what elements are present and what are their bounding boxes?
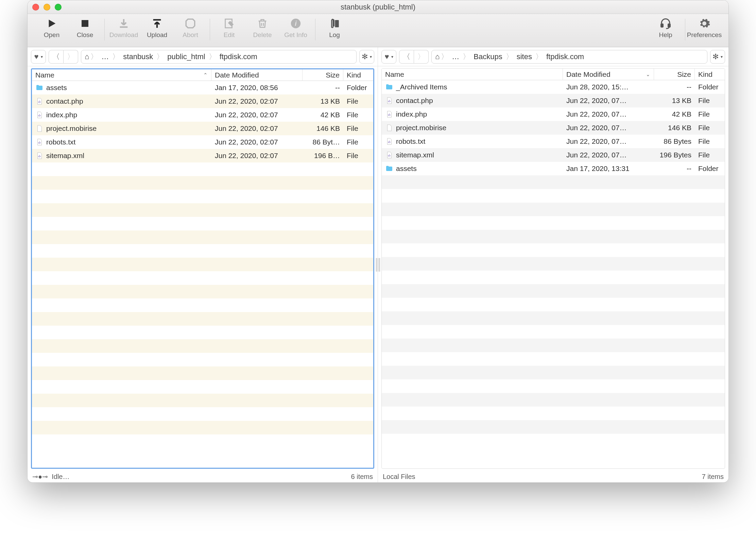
empty-row — [32, 271, 373, 285]
upload-icon — [150, 17, 164, 30]
open-button[interactable]: Open — [38, 17, 65, 47]
file-row[interactable]: ‹/›sitemap.xmlJun 22, 2020, 07…196 Bytes… — [382, 148, 725, 162]
chevron-right-icon: 〉 — [67, 52, 74, 62]
back-button[interactable]: 〈 — [49, 50, 64, 64]
back-button[interactable]: 〈 — [399, 50, 414, 64]
local-breadcrumbs[interactable]: ⌂〉 …〉 Backups〉 sites〉 ftpdisk.com — [431, 50, 707, 64]
favorites-button[interactable]: ♥ ▾ — [381, 50, 396, 64]
delete-button[interactable]: Delete — [249, 17, 276, 47]
file-icon — [35, 124, 44, 133]
breadcrumb-item[interactable]: stanbusk — [121, 52, 155, 61]
forward-button[interactable]: 〉 — [64, 50, 78, 64]
forward-button[interactable]: 〉 — [414, 50, 429, 64]
column-size[interactable]: Size — [303, 69, 343, 81]
folder-icon — [385, 83, 393, 91]
file-icon: ‹/› — [35, 97, 44, 105]
file-kind: File — [695, 148, 725, 162]
zoom-window-button[interactable] — [55, 4, 62, 11]
breadcrumb-item[interactable]: Backups — [471, 52, 504, 61]
chevron-left-icon: 〈 — [52, 52, 60, 62]
column-date[interactable]: Date Modified⌄ — [563, 69, 654, 80]
file-date: Jan 17, 2020, 08:56 — [211, 81, 303, 94]
empty-row — [382, 393, 725, 407]
file-size: -- — [654, 80, 695, 94]
status-text: Local Files — [383, 473, 415, 481]
file-row[interactable]: ‹/›contact.phpJun 22, 2020, 02:0713 KBFi… — [32, 94, 373, 108]
sort-desc-icon: ⌄ — [646, 71, 650, 78]
download-button[interactable]: Download — [110, 17, 137, 47]
breadcrumb-item[interactable]: ftpdisk.com — [218, 52, 259, 61]
column-name[interactable]: Name⌃ — [32, 69, 211, 81]
file-date: Jun 22, 2020, 07… — [563, 107, 654, 121]
file-row[interactable]: ‹/›sitemap.xmlJun 22, 2020, 02:07196 B…F… — [32, 149, 373, 162]
empty-row — [32, 217, 373, 230]
empty-row — [32, 230, 373, 244]
close-window-button[interactable] — [32, 4, 39, 11]
breadcrumb-item[interactable]: … — [450, 52, 461, 61]
column-name[interactable]: Name — [382, 69, 563, 80]
file-icon: ‹/› — [35, 138, 44, 146]
column-date[interactable]: Date Modified — [211, 69, 303, 81]
empty-row — [382, 189, 725, 203]
upload-button[interactable]: Upload — [144, 17, 170, 47]
file-row[interactable]: project.mobiriseJun 22, 2020, 07…146 KBF… — [382, 121, 725, 135]
file-date: Jun 22, 2020, 02:07 — [211, 149, 303, 162]
column-kind[interactable]: Kind — [343, 69, 373, 81]
edit-button[interactable]: Edit — [216, 17, 242, 47]
column-kind[interactable]: Kind — [695, 69, 725, 80]
svg-text:‹/›: ‹/› — [388, 114, 391, 117]
file-row[interactable]: ‹/›robots.txtJun 22, 2020, 02:0786 Byt…F… — [32, 135, 373, 149]
file-size: 13 KB — [303, 94, 343, 108]
empty-row — [382, 325, 725, 339]
file-name: robots.txt — [46, 138, 75, 146]
file-row[interactable]: ‹/›robots.txtJun 22, 2020, 07…86 BytesFi… — [382, 135, 725, 148]
chevron-right-icon: 〉 — [417, 52, 425, 62]
abort-button[interactable]: Abort — [177, 17, 204, 47]
empty-row — [32, 394, 373, 407]
file-name: project.mobirise — [396, 124, 446, 132]
svg-point-10 — [703, 22, 706, 25]
file-name: project.mobirise — [46, 124, 97, 133]
chevron-down-icon: ▾ — [391, 54, 393, 59]
svg-text:‹/›: ‹/› — [388, 154, 391, 157]
remote-navbar: ♥ ▾ 〈 〉 ⌂〉 …〉 stanbusk〉 public_html〉 ftp… — [28, 47, 378, 66]
pane-divider[interactable] — [376, 258, 380, 272]
getinfo-button[interactable]: i Get Info — [282, 17, 309, 47]
help-button[interactable]: Help — [652, 17, 679, 47]
file-kind: File — [695, 121, 725, 135]
headset-icon — [659, 17, 672, 30]
file-kind: File — [695, 135, 725, 148]
titlebar[interactable]: stanbusk (public_html) — [28, 0, 728, 14]
breadcrumb-item[interactable]: public_html — [165, 52, 207, 61]
folder-icon — [35, 84, 44, 92]
svg-text:‹/›: ‹/› — [38, 114, 41, 117]
gear-icon — [698, 17, 711, 30]
empty-row — [382, 379, 725, 393]
breadcrumb-item[interactable]: … — [99, 52, 111, 61]
minimize-window-button[interactable] — [44, 4, 50, 11]
preferences-button[interactable]: Preferences — [691, 17, 718, 47]
app-window: stanbusk (public_html) Open Close Downlo… — [27, 0, 729, 483]
file-size: 196 Bytes — [654, 148, 695, 162]
breadcrumb-item[interactable]: ftpdisk.com — [544, 52, 586, 61]
file-row[interactable]: assetsJan 17, 2020, 08:56--Folder — [32, 81, 373, 94]
column-size[interactable]: Size — [654, 69, 695, 80]
file-row[interactable]: ‹/›index.phpJun 22, 2020, 02:0742 KBFile — [32, 108, 373, 122]
file-size: 42 KB — [654, 107, 695, 121]
svg-marker-3 — [186, 19, 195, 28]
close-button[interactable]: Close — [72, 17, 98, 47]
remote-file-list: Name⌃ Date Modified Size Kind assetsJan … — [31, 68, 374, 469]
empty-row — [382, 311, 725, 325]
file-row[interactable]: project.mobiriseJun 22, 2020, 02:07146 K… — [32, 122, 373, 135]
file-row[interactable]: _Archived ItemsJun 28, 2020, 15:…--Folde… — [382, 80, 725, 94]
chevron-down-icon: ▾ — [721, 54, 723, 59]
breadcrumb-item[interactable]: sites — [515, 52, 534, 61]
file-row[interactable]: ‹/›contact.phpJun 22, 2020, 07…13 KBFile — [382, 94, 725, 107]
log-button[interactable]: Log — [321, 17, 348, 47]
file-row[interactable]: ‹/›index.phpJun 22, 2020, 07…42 KBFile — [382, 107, 725, 121]
favorites-button[interactable]: ♥ ▾ — [31, 50, 46, 64]
actions-menu-button[interactable]: ✻ ▾ — [359, 50, 374, 64]
remote-breadcrumbs[interactable]: ⌂〉 …〉 stanbusk〉 public_html〉 ftpdisk.com — [81, 50, 357, 64]
file-row[interactable]: assetsJan 17, 2020, 13:31--Folder — [382, 162, 725, 175]
actions-menu-button[interactable]: ✻ ▾ — [710, 50, 725, 64]
